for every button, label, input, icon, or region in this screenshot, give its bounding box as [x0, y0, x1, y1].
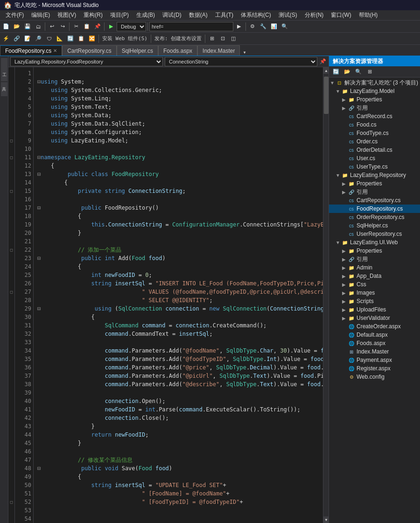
- tb2-btn5[interactable]: 🛡: [44, 34, 54, 44]
- menu-build[interactable]: 生成(B): [133, 10, 159, 20]
- sol-btn3[interactable]: 🔍: [353, 67, 364, 77]
- tree-node-foodr[interactable]: ▶ cs FoodRepository.cs: [329, 205, 420, 213]
- tree-node-orderr[interactable]: ▶ cs OrderRepository.cs: [329, 213, 420, 221]
- tree-node-admin[interactable]: ▶ 📁 Admin: [329, 263, 420, 272]
- redo-btn[interactable]: ↪: [57, 21, 68, 32]
- fold-add[interactable]: □: [8, 246, 14, 254]
- tree-node-scripts[interactable]: ▶ 📁 Scripts: [329, 297, 420, 305]
- tb-btn2[interactable]: 🔧: [258, 21, 268, 32]
- debug-mode-dropdown[interactable]: Debug: [117, 22, 146, 31]
- tree-node-default[interactable]: ▶ 🌐 Default.aspx: [329, 331, 420, 339]
- tb2-btn4[interactable]: 🔎: [33, 34, 43, 44]
- open-btn[interactable]: 📂: [12, 21, 22, 32]
- fold-namespace[interactable]: □: [8, 136, 14, 145]
- tab-overflow-btn[interactable]: ▾: [240, 49, 249, 56]
- tb2-extra1[interactable]: ⊞: [207, 34, 217, 44]
- tree-node-upload[interactable]: ▶ 📁 UploadFiles: [329, 305, 420, 314]
- tab-foods[interactable]: Foods.aspx: [158, 45, 197, 56]
- tb2-btn7[interactable]: 🔄: [65, 34, 76, 44]
- tree-node-userval[interactable]: ▶ 📁 UserValidator: [329, 314, 420, 322]
- menu-data[interactable]: 数据(A): [185, 10, 211, 20]
- fold-save[interactable]: □: [8, 498, 14, 506]
- namespace-dropdown[interactable]: LazyEating.Repository.FoodRepository: [10, 57, 163, 66]
- paste-btn[interactable]: 📌: [92, 21, 103, 32]
- tb2-btn8[interactable]: 📋: [76, 34, 86, 44]
- tab-foodrepository[interactable]: FoodRepository.cs ✕: [0, 45, 62, 56]
- tree-node-cartr[interactable]: ▶ cs CartRepository.cs: [329, 196, 420, 205]
- tb2-btn6[interactable]: 📐: [55, 34, 65, 44]
- tree-node-createorder[interactable]: ▶ 🌐 CreateOrder.aspx: [329, 322, 420, 331]
- scroll-down-btn[interactable]: ▼: [323, 516, 329, 523]
- tree-node-register[interactable]: ▶ 🌐 Register.aspx: [329, 364, 420, 373]
- tree-node-user[interactable]: ▶ cs User.cs: [329, 154, 420, 163]
- scroll-thumb[interactable]: [324, 77, 329, 114]
- tree-node-web-ref[interactable]: ▶ 🔗 引用: [329, 255, 420, 263]
- menu-project[interactable]: 项目(P): [106, 10, 133, 20]
- tb2-extra2[interactable]: ⊡: [217, 34, 228, 44]
- fold-class[interactable]: □: [8, 153, 14, 162]
- tb-btn3[interactable]: 📊: [269, 21, 279, 32]
- tree-node-model-ref[interactable]: ▶ 🔗 引用: [329, 104, 420, 112]
- tree-node-userr[interactable]: ▶ cs UserRepository.cs: [329, 230, 420, 238]
- menu-view[interactable]: 视图(V): [54, 10, 80, 20]
- fold-ctor[interactable]: □: [8, 187, 14, 195]
- code-area[interactable]: ⊟using System; using System.Collections.…: [34, 67, 323, 523]
- tree-node-food[interactable]: ▶ cs Food.cs: [329, 120, 420, 129]
- menu-debug[interactable]: 调试(D): [159, 10, 185, 20]
- sol-btn1[interactable]: 🔄: [331, 67, 341, 77]
- tab-cartrepository[interactable]: CartRepository.cs: [62, 45, 116, 56]
- menu-refactor[interactable]: 重构(R): [80, 10, 106, 20]
- tree-node-images[interactable]: ▶ 📁 Images: [329, 289, 420, 297]
- tree-node-cartrecord[interactable]: ▶ cs CartRecord.cs: [329, 112, 420, 120]
- tab-sqlhelper[interactable]: SqlHelper.cs: [117, 45, 158, 56]
- new-file-btn[interactable]: 📄: [1, 21, 11, 32]
- tree-node-usertype[interactable]: ▶ cs UserType.cs: [329, 163, 420, 171]
- tree-node-foodtype[interactable]: ▶ cs FoodType.cs: [329, 129, 420, 137]
- tree-node-repo[interactable]: ▼ 📁 LazyEating.Repository: [329, 171, 420, 179]
- editor-scrollbar[interactable]: ▲ ▼: [323, 67, 329, 523]
- tree-node-order[interactable]: ▶ cs Order.cs: [329, 137, 420, 146]
- tree-node-model-props[interactable]: ▶ 📁 Properties: [329, 95, 420, 104]
- sol-btn2[interactable]: 📂: [342, 67, 352, 77]
- tab-index-master[interactable]: Index.Master: [197, 45, 240, 56]
- left-btn1[interactable]: 工: [1, 58, 7, 81]
- tree-node-web-props[interactable]: ▶ 📁 Properties: [329, 247, 420, 255]
- tb2-btn3[interactable]: 📝: [22, 34, 33, 44]
- tree-node-orderdetail[interactable]: ▶ cs OrderDetail.cs: [329, 146, 420, 154]
- go-btn[interactable]: ▶: [234, 21, 244, 32]
- menu-file[interactable]: 文件(F): [2, 10, 28, 20]
- tree-node-foods-aspx[interactable]: ▶ 🌐 Foods.aspx: [329, 339, 420, 347]
- tree-node-webconfig[interactable]: ▶ ⚙ Web.config: [329, 373, 420, 381]
- menu-analyze[interactable]: 分析(N): [301, 10, 328, 20]
- save-all-btn[interactable]: 🗂: [33, 21, 43, 32]
- member-dropdown[interactable]: ConnectionString: [165, 57, 317, 66]
- href-input[interactable]: [149, 22, 233, 31]
- left-btn2[interactable]: 具: [1, 82, 7, 96]
- menu-window[interactable]: 窗口(W): [327, 10, 355, 20]
- tb2-btn9[interactable]: 🔀: [87, 34, 97, 44]
- tb-btn1[interactable]: ⚙: [247, 21, 258, 32]
- menu-help[interactable]: 帮助(H): [355, 10, 382, 20]
- tree-node-web[interactable]: ▼ 📁 LazyEating.UI.Web: [329, 238, 420, 247]
- undo-btn[interactable]: ↩: [47, 21, 57, 32]
- tab-foodrepository-close[interactable]: ✕: [53, 48, 57, 53]
- copy-btn[interactable]: 📋: [82, 21, 92, 32]
- tree-node-appdata[interactable]: ▶ 📁 App_Data: [329, 272, 420, 280]
- fold-using[interactable]: □: [8, 288, 14, 296]
- save-btn[interactable]: 💾: [22, 21, 33, 32]
- cut-btn[interactable]: ✂: [71, 21, 81, 32]
- nav-pin-btn[interactable]: 📌: [319, 58, 327, 65]
- tree-node-solution[interactable]: ▼ ⊡ 解决方案'宅人吃吃' (3 个项目): [329, 78, 420, 87]
- sol-btn4[interactable]: ⊞: [364, 67, 375, 77]
- tree-node-repo-props[interactable]: ▶ 📁 Properties: [329, 179, 420, 188]
- tree-node-sqlh[interactable]: ▶ cs SqlHelper.cs: [329, 221, 420, 230]
- menu-arch[interactable]: 体系结构(C): [237, 10, 275, 20]
- tb-btn4[interactable]: 🔍: [280, 21, 290, 32]
- tb2-btn2[interactable]: 🔗: [12, 34, 22, 44]
- tree-node-index-master[interactable]: ▶ ⊞ Index.Master: [329, 347, 420, 356]
- tb2-extra3[interactable]: ◫: [228, 34, 238, 44]
- start-btn[interactable]: ▶: [106, 21, 116, 32]
- scroll-up-btn[interactable]: ▲: [323, 67, 329, 74]
- tree-node-model[interactable]: ▼ 📁 LazyEating.Model: [329, 87, 420, 95]
- menu-tools[interactable]: 工具(T): [211, 10, 237, 20]
